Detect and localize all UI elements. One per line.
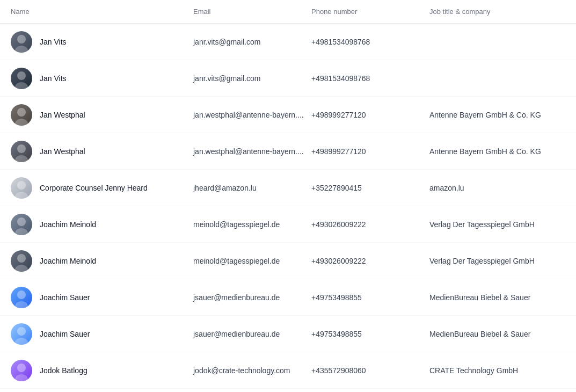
- phone-cell: +498999277120: [311, 111, 429, 119]
- company-cell: Verlag Der Tagesspiegel GmbH: [429, 220, 565, 229]
- header-phone: Phone number: [311, 5, 429, 18]
- svg-point-1: [15, 46, 28, 53]
- svg-point-3: [15, 82, 28, 89]
- email-cell: janr.vits@gmail.com: [193, 74, 311, 83]
- svg-point-2: [17, 71, 26, 80]
- name-cell: Joachim Meinold: [11, 250, 193, 272]
- company-cell: Antenne Bayern GmbH & Co. KG: [429, 147, 565, 156]
- contact-name: Joachim Meinold: [40, 257, 96, 265]
- contact-name: Corporate Counsel Jenny Heard: [40, 184, 148, 192]
- table-header: Name Email Phone number Job title & comp…: [0, 0, 576, 24]
- svg-point-18: [17, 364, 26, 372]
- name-cell: Jan Vits: [11, 68, 193, 89]
- email-cell: jheard@amazon.lu: [193, 184, 311, 192]
- svg-point-5: [15, 119, 28, 126]
- table-row[interactable]: Jodok Batlogg jodok@crate-technology.com…: [0, 352, 576, 389]
- avatar: [11, 250, 32, 272]
- table-row[interactable]: Jan Vits janr.vits@gmail.com +4981534098…: [0, 60, 576, 97]
- svg-point-9: [15, 192, 28, 199]
- svg-point-4: [17, 108, 26, 117]
- table-row[interactable]: Jan Westphal jan.westphal@antenne-bayern…: [0, 97, 576, 133]
- svg-point-11: [15, 228, 28, 235]
- company-cell: Verlag Der Tagesspiegel GmbH: [429, 257, 565, 265]
- phone-cell: +4981534098768: [311, 38, 429, 46]
- table-row[interactable]: Joachim Sauer jsauer@medienbureau.de +49…: [0, 279, 576, 316]
- email-cell: jsauer@medienbureau.de: [193, 330, 311, 338]
- svg-point-0: [17, 35, 26, 43]
- email-cell: meinold@tagesspiegel.de: [193, 257, 311, 265]
- svg-point-13: [15, 265, 28, 272]
- name-cell: Jan Vits: [11, 31, 193, 53]
- table-row[interactable]: Jan Vits janr.vits@gmail.com +4981534098…: [0, 24, 576, 60]
- header-company: Job title & company: [429, 5, 565, 18]
- name-cell: Joachim Sauer: [11, 323, 193, 345]
- phone-cell: +49753498855: [311, 330, 429, 338]
- email-cell: janr.vits@gmail.com: [193, 38, 311, 46]
- phone-cell: +435572908060: [311, 366, 429, 375]
- table-row[interactable]: Joachim Meinold meinold@tagesspiegel.de …: [0, 206, 576, 243]
- email-cell: jan.westphal@antenne-bayern....: [193, 111, 311, 119]
- table-row[interactable]: Jodok Batlogg jodok@crate-technology.com…: [0, 389, 576, 392]
- table-row[interactable]: Joachim Sauer jsauer@medienbureau.de +49…: [0, 316, 576, 352]
- contacts-table: Name Email Phone number Job title & comp…: [0, 0, 576, 392]
- svg-point-7: [15, 155, 28, 162]
- email-cell: jsauer@medienbureau.de: [193, 293, 311, 302]
- company-cell: amazon.lu: [429, 184, 565, 192]
- contact-name: Jan Vits: [40, 74, 67, 83]
- svg-point-19: [15, 374, 28, 381]
- contact-name: Joachim Meinold: [40, 220, 96, 229]
- contact-name: Joachim Sauer: [40, 330, 90, 338]
- avatar: [11, 360, 32, 381]
- name-cell: Joachim Sauer: [11, 287, 193, 308]
- table-row[interactable]: Jan Westphal jan.westphal@antenne-bayern…: [0, 133, 576, 170]
- table-body: Jan Vits janr.vits@gmail.com +4981534098…: [0, 24, 576, 392]
- svg-point-8: [17, 181, 26, 190]
- email-cell: meinold@tagesspiegel.de: [193, 220, 311, 229]
- svg-point-17: [15, 338, 28, 345]
- contact-name: Jodok Batlogg: [40, 366, 88, 375]
- contact-name: Jan Vits: [40, 38, 67, 46]
- email-cell: jan.westphal@antenne-bayern....: [193, 147, 311, 156]
- avatar: [11, 68, 32, 89]
- company-cell: CRATE Technology GmbH: [429, 366, 565, 375]
- svg-point-14: [17, 291, 26, 299]
- name-cell: Jodok Batlogg: [11, 360, 193, 381]
- company-cell: MedienBureau Biebel & Sauer: [429, 330, 565, 338]
- avatar: [11, 323, 32, 345]
- phone-cell: +498999277120: [311, 147, 429, 156]
- svg-point-12: [17, 254, 26, 263]
- svg-point-15: [15, 301, 28, 308]
- avatar: [11, 141, 32, 162]
- svg-point-10: [17, 217, 26, 226]
- avatar: [11, 177, 32, 199]
- phone-cell: +493026009222: [311, 257, 429, 265]
- avatar: [11, 214, 32, 235]
- name-cell: Corporate Counsel Jenny Heard: [11, 177, 193, 199]
- header-name: Name: [11, 5, 193, 18]
- contact-name: Jan Westphal: [40, 147, 85, 156]
- email-cell: jodok@crate-technology.com: [193, 366, 311, 375]
- svg-point-16: [17, 327, 26, 336]
- avatar: [11, 287, 32, 308]
- table-row[interactable]: Joachim Meinold meinold@tagesspiegel.de …: [0, 243, 576, 279]
- phone-cell: +493026009222: [311, 220, 429, 229]
- svg-point-6: [17, 144, 26, 153]
- header-email: Email: [193, 5, 311, 18]
- name-cell: Jan Westphal: [11, 141, 193, 162]
- phone-cell: +49753498855: [311, 293, 429, 302]
- contact-name: Joachim Sauer: [40, 293, 90, 302]
- avatar: [11, 104, 32, 126]
- company-cell: MedienBureau Biebel & Sauer: [429, 293, 565, 302]
- contact-name: Jan Westphal: [40, 111, 85, 119]
- table-row[interactable]: Corporate Counsel Jenny Heard jheard@ama…: [0, 170, 576, 206]
- company-cell: Antenne Bayern GmbH & Co. KG: [429, 111, 565, 119]
- avatar: [11, 31, 32, 53]
- phone-cell: +35227890415: [311, 184, 429, 192]
- name-cell: Joachim Meinold: [11, 214, 193, 235]
- name-cell: Jan Westphal: [11, 104, 193, 126]
- phone-cell: +4981534098768: [311, 74, 429, 83]
